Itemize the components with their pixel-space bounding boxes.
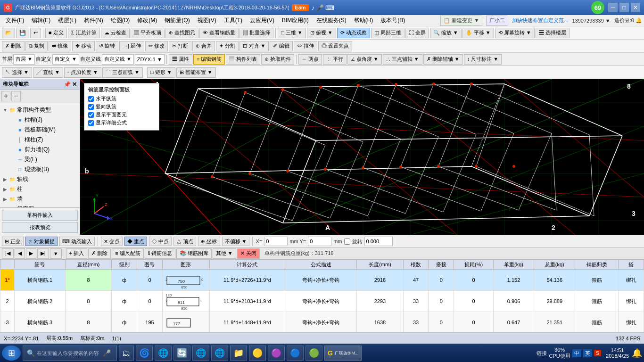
menu-help[interactable]: 帮助(H) [350,16,377,25]
vertex-btn[interactable]: △ 顶点 [173,237,196,246]
tree-item-column-cap[interactable]: ■ 柱帽(J) [0,115,80,125]
ortho-btn[interactable]: ⊞ 正交 [2,237,24,246]
taskbar-app-8[interactable]: 🟡 [249,346,266,361]
dynamic-view-btn[interactable]: ⟳ 动态观察 [337,28,370,38]
sidebar-pin-btn[interactable]: 📌 ✕ [64,81,77,88]
canvas-area[interactable]: 8 b A 2 3 1 Y X Z 钢筋显示控制面板 [80,79,644,235]
delete-btn[interactable]: ✗ 删除 [2,41,25,51]
floor-dropdown[interactable]: 首层 ▼ [13,54,35,65]
break-btn[interactable]: ✂ 打断 [169,41,191,51]
dim-btn[interactable]: ↕ 尺寸标注 ▼ [464,54,502,65]
object-snap-btn[interactable]: ⊙ 对象捕捉 [25,237,58,246]
taskbar-app-2[interactable]: 🌀 [136,346,153,361]
cb-formula[interactable] [88,120,94,126]
extend-btn[interactable]: →| 延伸 [119,41,144,51]
open-btn[interactable]: 📂 [2,28,15,38]
close-button[interactable]: ✕ [631,3,640,12]
checkbox-formula[interactable]: 显示详细公式 [88,119,155,126]
other-rebar-btn[interactable]: 其他 ▼ [213,248,236,259]
close-rebar-btn[interactable]: ✕ 关闭 [237,248,260,259]
smart-layout-btn[interactable]: ⊞ 智能布置 ▼ [176,67,216,78]
taskbar-app-9[interactable]: 🟣 [268,346,285,361]
edit-btn[interactable]: ✐ 编辑 [270,41,292,51]
fullscreen-btn[interactable]: ⛶ 全屏 [405,28,429,38]
def-dropdown[interactable]: 自定义 ▼ [52,54,79,65]
quick-layout-link[interactable]: 加缺快速布置自定义范... [512,17,568,24]
element-list-btn[interactable]: ▤ 构件列表 [226,54,260,65]
rotate-btn[interactable]: ↺ 旋转 [96,41,118,51]
no-offset-btn[interactable]: 不偏移 ▼ [222,237,250,246]
table-row[interactable]: 3 横向钢筋.3 8 ф 195 177 11.9*d+1448+11.9*d … [0,312,644,333]
tree-item-axis[interactable]: ▶ 📁 轴线 [0,174,80,184]
y-input[interactable] [308,237,331,246]
menu-draw[interactable]: 绘图(D) [107,16,134,25]
rebar-info-btn[interactable]: ℹ 钢筋信息 [145,248,175,259]
def-line-dropdown[interactable]: 自定义线 ▼ [102,54,134,65]
three-arc-btn[interactable]: ⌒ 三点画弧 ▼ [102,67,143,78]
last-btn[interactable]: ▶| [37,248,49,259]
three-point-axis-btn[interactable]: ∴ 三点辅轴 ▼ [383,54,422,65]
menu-tools[interactable]: 工具(T) [220,16,246,25]
coord-btn[interactable]: ⊕ 坐标 [198,237,220,246]
dynamic-input-btn[interactable]: ⌨ 动态输入 [59,237,95,246]
undo-btn[interactable]: ↩ [30,28,41,38]
point-angle-btn[interactable]: ∠ 点角度 ▼ [347,54,382,65]
zdyx-dropdown[interactable]: ZDYX-1 ▼ [135,54,165,65]
top-view-btn[interactable]: ⊡ 俯视 ▼ [307,28,336,38]
insert-btn[interactable]: + 插入 [66,248,87,259]
pan-btn[interactable]: ✋ 平移 ▼ [462,28,494,38]
two-point-btn[interactable]: ↔ 两点 [298,54,322,65]
menu-version[interactable]: 版本号(B) [377,16,409,25]
rotate-input[interactable] [364,237,393,246]
summarize-btn[interactable]: Σ 汇总计算 [68,28,100,38]
midpoint-btn2[interactable]: ◆ 重点 [124,237,147,246]
single-element-input-btn[interactable]: 单构件输入 [2,210,78,221]
menu-bim[interactable]: BIM应用(I) [278,16,313,25]
view-rebar-btn[interactable]: 👁 查看钢筋量 [199,28,239,38]
define-btn[interactable]: ■ 定义 [45,28,67,38]
batch-select-btn[interactable]: ▦ 批量选择 [239,28,273,38]
cb-vertical-rebar[interactable] [88,104,94,110]
line-btn[interactable]: ╱ 直线 ▼ [33,67,63,78]
taskbar-app-5[interactable]: 🌐 [192,346,209,361]
menu-modify[interactable]: 修改(M) [133,16,161,25]
sidebar-add-btn[interactable]: + [1,91,10,101]
pick-element-btn[interactable]: ⊕ 拾取构件 [261,54,294,65]
taskbar-app-gjd[interactable]: G 广联达BIM... [324,346,362,361]
select-floor-btn[interactable]: ☰ 选择楼层 [536,28,570,38]
new-change-btn[interactable]: 📋 新建变更 ▼ [440,16,482,26]
align-slab-btn[interactable]: ▤ 平齐板顶 [131,28,165,38]
tree-item-wall[interactable]: ▶ 📁 墙 [0,194,80,204]
merge-btn[interactable]: ⊕ 合并 [192,41,215,51]
report-preview-btn[interactable]: 报表预览 [2,222,78,233]
rotate-checkbox[interactable] [344,239,350,245]
checkbox-plan[interactable]: 显示平面图元 [88,111,155,118]
table-row[interactable]: 1* 横向钢筋.1 8 ф 0 750 2 0 850 11.9*d+2726+… [0,270,644,291]
del-axis-btn[interactable]: ✗ 删除辅轴 ▼ [423,54,463,65]
tree-item-col[interactable]: ▶ 📁 柱 [0,184,80,194]
table-row[interactable]: 2 横向钢筋.2 8 ф 0 811 2 1 850 120 11.9*d+21… [0,291,644,312]
set-grip-btn[interactable]: ◎ 设置夹点 [318,41,352,51]
midpoint-btn[interactable]: ◇ 中点 [149,237,172,246]
tree-item-common[interactable]: ▼ 📁 常用构件类型 [0,105,80,115]
maximize-button[interactable]: □ [619,3,629,12]
mirror-btn[interactable]: ⇌ 镜像 [49,41,71,51]
cb-plan-element[interactable] [88,112,94,118]
checkbox-horizontal[interactable]: 水平纵筋 [88,95,155,102]
x-input[interactable] [264,237,288,246]
tree-item-beam[interactable]: ─ 梁(L) [0,155,80,165]
move-btn[interactable]: ✥ 移动 [72,41,95,51]
intersection-btn[interactable]: ✕ 交点 [101,237,123,246]
modify-btn[interactable]: ✏ 修改 [145,41,168,51]
taskbar-app-7[interactable]: 📁 [230,346,247,361]
checkbox-vertical[interactable]: 竖向纵筋 [88,103,155,110]
edit-rebar-btn[interactable]: ≡ 编辑钢筋 [193,54,225,65]
stretch-btn[interactable]: ⇔ 拉伸 [294,41,317,51]
down-btn[interactable]: ▼ [50,248,62,259]
menu-file[interactable]: 文件(F) [2,16,28,25]
taskbar-app-1[interactable]: 🗂 [119,346,134,361]
menu-edit[interactable]: 编辑(E) [28,16,54,25]
zoom-btn[interactable]: 🔍 缩放 ▼ [430,28,462,38]
sidebar-minus-btn[interactable]: − [11,91,20,101]
del-row-btn[interactable]: ✗ 删除 [88,248,111,259]
